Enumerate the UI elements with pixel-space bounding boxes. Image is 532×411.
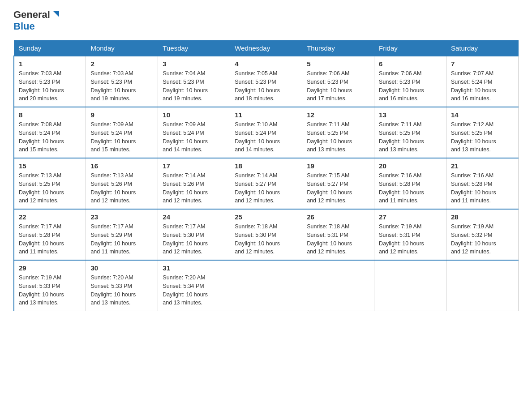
- day-number: 30: [90, 264, 153, 272]
- day-info: Sunrise: 7:11 AMSunset: 5:25 PMDaylight:…: [379, 120, 442, 154]
- calendar-cell: 5 Sunrise: 7:06 AMSunset: 5:23 PMDayligh…: [302, 56, 374, 107]
- calendar-cell: 21 Sunrise: 7:16 AMSunset: 5:28 PMDaylig…: [446, 158, 519, 209]
- day-number: 27: [379, 213, 442, 221]
- day-info: Sunrise: 7:09 AMSunset: 5:24 PMDaylight:…: [163, 120, 225, 154]
- day-info: Sunrise: 7:14 AMSunset: 5:26 PMDaylight:…: [163, 171, 225, 205]
- calendar-cell: 17 Sunrise: 7:14 AMSunset: 5:26 PMDaylig…: [158, 158, 230, 209]
- calendar-cell: 28 Sunrise: 7:19 AMSunset: 5:32 PMDaylig…: [446, 209, 519, 260]
- calendar-cell: 16 Sunrise: 7:13 AMSunset: 5:26 PMDaylig…: [86, 158, 158, 209]
- day-number: 8: [19, 111, 81, 119]
- day-info: Sunrise: 7:18 AMSunset: 5:31 PMDaylight:…: [307, 223, 369, 256]
- day-info: Sunrise: 7:04 AMSunset: 5:23 PMDaylight:…: [163, 69, 225, 103]
- calendar-cell: 11 Sunrise: 7:10 AMSunset: 5:24 PMDaylig…: [230, 107, 302, 158]
- day-number: 17: [163, 162, 225, 170]
- day-number: 31: [163, 264, 225, 272]
- day-number: 15: [19, 162, 81, 170]
- calendar-cell: 4 Sunrise: 7:05 AMSunset: 5:23 PMDayligh…: [230, 56, 302, 107]
- calendar-cell: 13 Sunrise: 7:11 AMSunset: 5:25 PMDaylig…: [374, 107, 446, 158]
- logo-blue: Blue: [13, 21, 35, 32]
- weekday-header-monday: Monday: [86, 41, 158, 56]
- day-number: 7: [451, 60, 514, 68]
- day-info: Sunrise: 7:16 AMSunset: 5:28 PMDaylight:…: [451, 171, 514, 205]
- weekday-header-sunday: Sunday: [14, 41, 86, 56]
- day-info: Sunrise: 7:17 AMSunset: 5:30 PMDaylight:…: [163, 223, 225, 256]
- logo-triangle-icon: [51, 9, 61, 19]
- day-info: Sunrise: 7:19 AMSunset: 5:32 PMDaylight:…: [451, 223, 514, 256]
- day-number: 29: [19, 264, 81, 272]
- calendar-cell: 10 Sunrise: 7:09 AMSunset: 5:24 PMDaylig…: [158, 107, 230, 158]
- calendar-cell: 14 Sunrise: 7:12 AMSunset: 5:25 PMDaylig…: [446, 107, 519, 158]
- weekday-header-tuesday: Tuesday: [158, 41, 230, 56]
- calendar-cell: 3 Sunrise: 7:04 AMSunset: 5:23 PMDayligh…: [158, 56, 230, 107]
- calendar-cell: 31 Sunrise: 7:20 AMSunset: 5:34 PMDaylig…: [158, 260, 230, 311]
- day-info: Sunrise: 7:05 AMSunset: 5:23 PMDaylight:…: [235, 69, 297, 103]
- day-number: 24: [163, 213, 225, 221]
- calendar-cell: 19 Sunrise: 7:15 AMSunset: 5:27 PMDaylig…: [302, 158, 374, 209]
- day-info: Sunrise: 7:17 AMSunset: 5:28 PMDaylight:…: [19, 223, 81, 256]
- calendar-cell: 20 Sunrise: 7:16 AMSunset: 5:28 PMDaylig…: [374, 158, 446, 209]
- day-info: Sunrise: 7:20 AMSunset: 5:34 PMDaylight:…: [163, 274, 225, 307]
- day-number: 25: [235, 213, 297, 221]
- day-number: 11: [235, 111, 297, 119]
- day-info: Sunrise: 7:14 AMSunset: 5:27 PMDaylight:…: [235, 171, 297, 205]
- day-info: Sunrise: 7:19 AMSunset: 5:31 PMDaylight:…: [379, 223, 442, 256]
- day-number: 13: [379, 111, 442, 119]
- calendar-cell: 6 Sunrise: 7:06 AMSunset: 5:23 PMDayligh…: [374, 56, 446, 107]
- day-info: Sunrise: 7:18 AMSunset: 5:30 PMDaylight:…: [235, 223, 297, 256]
- day-info: Sunrise: 7:15 AMSunset: 5:27 PMDaylight:…: [307, 171, 369, 205]
- weekday-header-thursday: Thursday: [302, 41, 374, 56]
- day-number: 9: [90, 111, 153, 119]
- day-info: Sunrise: 7:03 AMSunset: 5:23 PMDaylight:…: [90, 69, 153, 103]
- calendar-cell: 30 Sunrise: 7:20 AMSunset: 5:33 PMDaylig…: [86, 260, 158, 311]
- logo-general: General: [13, 9, 50, 20]
- day-info: Sunrise: 7:12 AMSunset: 5:25 PMDaylight:…: [451, 120, 514, 154]
- day-info: Sunrise: 7:06 AMSunset: 5:23 PMDaylight:…: [307, 69, 369, 103]
- weekday-header-row: SundayMondayTuesdayWednesdayThursdayFrid…: [14, 41, 519, 56]
- calendar-cell: 24 Sunrise: 7:17 AMSunset: 5:30 PMDaylig…: [158, 209, 230, 260]
- day-info: Sunrise: 7:03 AMSunset: 5:23 PMDaylight:…: [19, 69, 81, 103]
- calendar-cell: 15 Sunrise: 7:13 AMSunset: 5:25 PMDaylig…: [14, 158, 86, 209]
- day-info: Sunrise: 7:20 AMSunset: 5:33 PMDaylight:…: [90, 274, 153, 307]
- day-number: 2: [90, 60, 153, 68]
- logo: General Blue: [13, 9, 61, 32]
- day-info: Sunrise: 7:13 AMSunset: 5:26 PMDaylight:…: [90, 171, 153, 205]
- calendar-cell: 25 Sunrise: 7:18 AMSunset: 5:30 PMDaylig…: [230, 209, 302, 260]
- weekday-header-saturday: Saturday: [446, 41, 519, 56]
- day-info: Sunrise: 7:16 AMSunset: 5:28 PMDaylight:…: [379, 171, 442, 205]
- day-info: Sunrise: 7:11 AMSunset: 5:25 PMDaylight:…: [307, 120, 369, 154]
- calendar-table: SundayMondayTuesdayWednesdayThursdayFrid…: [13, 40, 519, 311]
- page-header: General Blue: [13, 9, 519, 32]
- day-number: 6: [379, 60, 442, 68]
- calendar-cell: [374, 260, 446, 311]
- day-number: 28: [451, 213, 514, 221]
- day-number: 10: [163, 111, 225, 119]
- day-info: Sunrise: 7:10 AMSunset: 5:24 PMDaylight:…: [235, 120, 297, 154]
- calendar-cell: 1 Sunrise: 7:03 AMSunset: 5:23 PMDayligh…: [14, 56, 86, 107]
- calendar-cell: 22 Sunrise: 7:17 AMSunset: 5:28 PMDaylig…: [14, 209, 86, 260]
- day-number: 19: [307, 162, 369, 170]
- calendar-cell: [302, 260, 374, 311]
- weekday-header-friday: Friday: [374, 41, 446, 56]
- day-number: 20: [379, 162, 442, 170]
- day-number: 21: [451, 162, 514, 170]
- day-info: Sunrise: 7:06 AMSunset: 5:23 PMDaylight:…: [379, 69, 442, 103]
- calendar-cell: 8 Sunrise: 7:08 AMSunset: 5:24 PMDayligh…: [14, 107, 86, 158]
- calendar-cell: 18 Sunrise: 7:14 AMSunset: 5:27 PMDaylig…: [230, 158, 302, 209]
- svg-marker-0: [53, 11, 59, 17]
- day-number: 12: [307, 111, 369, 119]
- calendar-cell: 26 Sunrise: 7:18 AMSunset: 5:31 PMDaylig…: [302, 209, 374, 260]
- weekday-header-wednesday: Wednesday: [230, 41, 302, 56]
- day-info: Sunrise: 7:08 AMSunset: 5:24 PMDaylight:…: [19, 120, 81, 154]
- calendar-cell: [230, 260, 302, 311]
- week-row-3: 15 Sunrise: 7:13 AMSunset: 5:25 PMDaylig…: [14, 158, 519, 209]
- week-row-4: 22 Sunrise: 7:17 AMSunset: 5:28 PMDaylig…: [14, 209, 519, 260]
- day-number: 26: [307, 213, 369, 221]
- day-number: 16: [90, 162, 153, 170]
- calendar-cell: 2 Sunrise: 7:03 AMSunset: 5:23 PMDayligh…: [86, 56, 158, 107]
- day-number: 23: [90, 213, 153, 221]
- day-info: Sunrise: 7:09 AMSunset: 5:24 PMDaylight:…: [90, 120, 153, 154]
- day-number: 18: [235, 162, 297, 170]
- calendar-cell: 29 Sunrise: 7:19 AMSunset: 5:33 PMDaylig…: [14, 260, 86, 311]
- week-row-1: 1 Sunrise: 7:03 AMSunset: 5:23 PMDayligh…: [14, 56, 519, 107]
- day-number: 22: [19, 213, 81, 221]
